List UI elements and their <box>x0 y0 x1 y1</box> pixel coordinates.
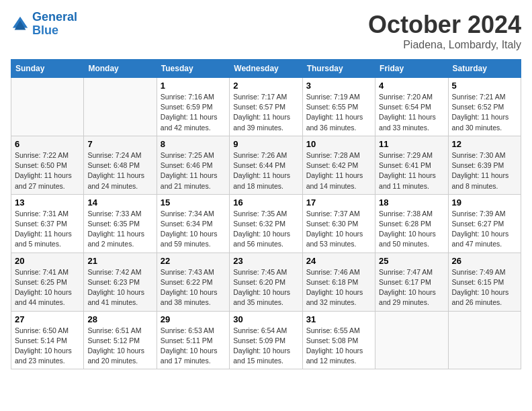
day-number: 31 <box>306 314 371 324</box>
calendar-cell: 11Sunrise: 7:29 AMSunset: 6:41 PMDayligh… <box>375 136 448 194</box>
day-number: 7 <box>87 139 152 149</box>
day-info: Sunrise: 7:16 AMSunset: 6:59 PMDaylight:… <box>161 92 226 133</box>
logo-line2: Blue <box>32 24 58 37</box>
day-number: 5 <box>452 81 517 91</box>
day-number: 3 <box>306 81 371 91</box>
weekday-header: Wednesday <box>230 60 302 78</box>
day-info: Sunrise: 7:20 AMSunset: 6:54 PMDaylight:… <box>379 92 444 133</box>
day-number: 6 <box>15 139 80 149</box>
calendar-cell: 4Sunrise: 7:20 AMSunset: 6:54 PMDaylight… <box>375 78 448 136</box>
title-block: October 2024 Piadena, Lombardy, Italy <box>368 11 521 51</box>
weekday-header: Thursday <box>302 60 375 78</box>
calendar-cell: 31Sunrise: 6:55 AMSunset: 5:08 PMDayligh… <box>302 311 375 369</box>
calendar-cell: 22Sunrise: 7:43 AMSunset: 6:22 PMDayligh… <box>157 253 229 311</box>
day-info: Sunrise: 7:34 AMSunset: 6:34 PMDaylight:… <box>161 209 226 250</box>
day-info: Sunrise: 6:51 AMSunset: 5:12 PMDaylight:… <box>87 326 152 367</box>
day-number: 23 <box>233 256 298 266</box>
calendar-cell: 12Sunrise: 7:30 AMSunset: 6:39 PMDayligh… <box>448 136 521 194</box>
calendar-table: SundayMondayTuesdayWednesdayThursdayFrid… <box>11 59 521 369</box>
calendar-cell: 5Sunrise: 7:21 AMSunset: 6:52 PMDaylight… <box>448 78 521 136</box>
calendar-cell: 28Sunrise: 6:51 AMSunset: 5:12 PMDayligh… <box>84 311 157 369</box>
weekday-header: Friday <box>375 60 448 78</box>
day-number: 11 <box>379 139 444 149</box>
weekday-header: Saturday <box>448 60 521 78</box>
day-number: 17 <box>306 197 371 208</box>
weekday-header-row: SundayMondayTuesdayWednesdayThursdayFrid… <box>11 60 521 78</box>
calendar-week-row: 27Sunrise: 6:50 AMSunset: 5:14 PMDayligh… <box>11 311 521 369</box>
calendar-cell: 2Sunrise: 7:17 AMSunset: 6:57 PMDaylight… <box>230 78 302 136</box>
day-info: Sunrise: 7:33 AMSunset: 6:35 PMDaylight:… <box>87 209 152 250</box>
calendar-week-row: 1Sunrise: 7:16 AMSunset: 6:59 PMDaylight… <box>11 78 521 136</box>
logo-line1: General <box>32 10 77 24</box>
day-number: 19 <box>452 197 517 208</box>
calendar-week-row: 6Sunrise: 7:22 AMSunset: 6:50 PMDaylight… <box>11 136 521 194</box>
day-number: 20 <box>15 256 80 266</box>
day-info: Sunrise: 6:54 AMSunset: 5:09 PMDaylight:… <box>233 326 298 367</box>
calendar-cell: 7Sunrise: 7:24 AMSunset: 6:48 PMDaylight… <box>84 136 157 194</box>
calendar-cell: 29Sunrise: 6:53 AMSunset: 5:11 PMDayligh… <box>157 311 229 369</box>
calendar-week-row: 13Sunrise: 7:31 AMSunset: 6:37 PMDayligh… <box>11 194 521 253</box>
calendar-cell: 9Sunrise: 7:26 AMSunset: 6:44 PMDaylight… <box>230 136 302 194</box>
day-number: 24 <box>306 256 371 266</box>
calendar-week-row: 20Sunrise: 7:41 AMSunset: 6:25 PMDayligh… <box>11 253 521 311</box>
day-number: 2 <box>233 81 298 91</box>
calendar-cell: 16Sunrise: 7:35 AMSunset: 6:32 PMDayligh… <box>230 194 302 253</box>
calendar-cell: 14Sunrise: 7:33 AMSunset: 6:35 PMDayligh… <box>84 194 157 253</box>
logo-text: General Blue <box>32 11 77 38</box>
day-info: Sunrise: 7:41 AMSunset: 6:25 PMDaylight:… <box>15 267 80 308</box>
day-number: 10 <box>306 139 371 149</box>
day-number: 21 <box>87 256 152 266</box>
day-number: 9 <box>233 139 298 149</box>
day-info: Sunrise: 7:28 AMSunset: 6:42 PMDaylight:… <box>306 150 371 191</box>
calendar-cell: 19Sunrise: 7:39 AMSunset: 6:27 PMDayligh… <box>448 194 521 253</box>
day-info: Sunrise: 7:26 AMSunset: 6:44 PMDaylight:… <box>233 150 298 191</box>
calendar-cell: 15Sunrise: 7:34 AMSunset: 6:34 PMDayligh… <box>157 194 229 253</box>
calendar-cell: 6Sunrise: 7:22 AMSunset: 6:50 PMDaylight… <box>11 136 84 194</box>
day-info: Sunrise: 7:24 AMSunset: 6:48 PMDaylight:… <box>87 150 152 191</box>
day-info: Sunrise: 7:35 AMSunset: 6:32 PMDaylight:… <box>233 209 298 250</box>
month-title: October 2024 <box>368 11 521 39</box>
day-info: Sunrise: 7:19 AMSunset: 6:55 PMDaylight:… <box>306 92 371 133</box>
day-number: 4 <box>379 81 444 91</box>
day-number: 18 <box>379 197 444 208</box>
day-info: Sunrise: 7:47 AMSunset: 6:17 PMDaylight:… <box>379 267 444 308</box>
day-info: Sunrise: 6:50 AMSunset: 5:14 PMDaylight:… <box>15 326 80 367</box>
calendar-cell: 21Sunrise: 7:42 AMSunset: 6:23 PMDayligh… <box>84 253 157 311</box>
calendar-cell: 20Sunrise: 7:41 AMSunset: 6:25 PMDayligh… <box>11 253 84 311</box>
calendar-cell: 24Sunrise: 7:46 AMSunset: 6:18 PMDayligh… <box>302 253 375 311</box>
calendar-cell: 30Sunrise: 6:54 AMSunset: 5:09 PMDayligh… <box>230 311 302 369</box>
calendar-cell: 18Sunrise: 7:38 AMSunset: 6:28 PMDayligh… <box>375 194 448 253</box>
day-info: Sunrise: 7:42 AMSunset: 6:23 PMDaylight:… <box>87 267 152 308</box>
calendar-cell <box>11 78 84 136</box>
calendar-cell: 13Sunrise: 7:31 AMSunset: 6:37 PMDayligh… <box>11 194 84 253</box>
day-number: 22 <box>161 256 226 266</box>
weekday-header: Monday <box>84 60 157 78</box>
calendar-cell: 8Sunrise: 7:25 AMSunset: 6:46 PMDaylight… <box>157 136 229 194</box>
day-info: Sunrise: 7:45 AMSunset: 6:20 PMDaylight:… <box>233 267 298 308</box>
day-number: 8 <box>161 139 226 149</box>
logo-icon <box>11 15 30 34</box>
day-number: 25 <box>379 256 444 266</box>
day-number: 27 <box>15 314 80 324</box>
calendar-cell <box>448 311 521 369</box>
day-number: 14 <box>87 197 152 208</box>
day-info: Sunrise: 7:39 AMSunset: 6:27 PMDaylight:… <box>452 209 517 250</box>
logo: General Blue <box>11 11 77 38</box>
day-number: 16 <box>233 197 298 208</box>
calendar-cell: 23Sunrise: 7:45 AMSunset: 6:20 PMDayligh… <box>230 253 302 311</box>
location: Piadena, Lombardy, Italy <box>368 39 521 51</box>
calendar-cell <box>375 311 448 369</box>
calendar-cell <box>84 78 157 136</box>
calendar-cell: 10Sunrise: 7:28 AMSunset: 6:42 PMDayligh… <box>302 136 375 194</box>
day-number: 26 <box>452 256 517 266</box>
calendar-cell: 27Sunrise: 6:50 AMSunset: 5:14 PMDayligh… <box>11 311 84 369</box>
day-info: Sunrise: 7:37 AMSunset: 6:30 PMDaylight:… <box>306 209 371 250</box>
day-info: Sunrise: 6:55 AMSunset: 5:08 PMDaylight:… <box>306 326 371 367</box>
calendar-cell: 3Sunrise: 7:19 AMSunset: 6:55 PMDaylight… <box>302 78 375 136</box>
calendar-cell: 25Sunrise: 7:47 AMSunset: 6:17 PMDayligh… <box>375 253 448 311</box>
day-number: 29 <box>161 314 226 324</box>
day-info: Sunrise: 7:29 AMSunset: 6:41 PMDaylight:… <box>379 150 444 191</box>
calendar-cell: 17Sunrise: 7:37 AMSunset: 6:30 PMDayligh… <box>302 194 375 253</box>
day-number: 13 <box>15 197 80 208</box>
day-info: Sunrise: 7:21 AMSunset: 6:52 PMDaylight:… <box>452 92 517 133</box>
